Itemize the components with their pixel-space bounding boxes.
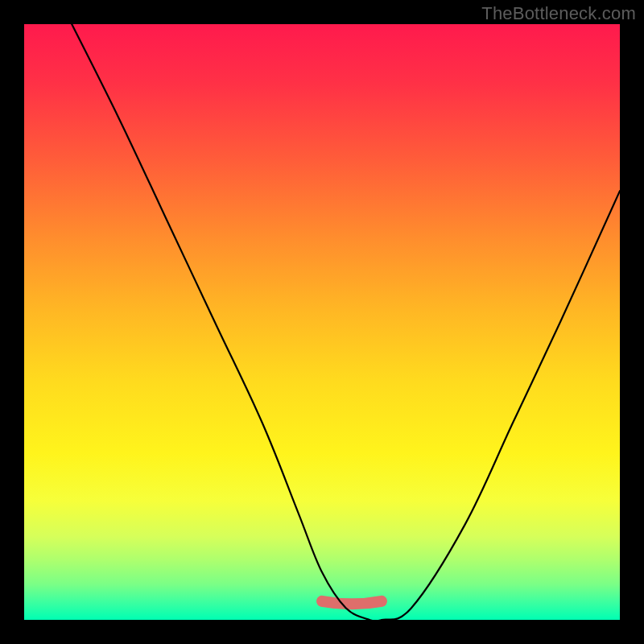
watermark-text: TheBottleneck.com bbox=[481, 3, 636, 24]
trough-highlight bbox=[322, 601, 382, 605]
curve-layer bbox=[24, 24, 620, 620]
chart-frame: TheBottleneck.com bbox=[0, 0, 644, 644]
plot-area bbox=[24, 24, 620, 620]
bottleneck-curve bbox=[72, 24, 620, 620]
